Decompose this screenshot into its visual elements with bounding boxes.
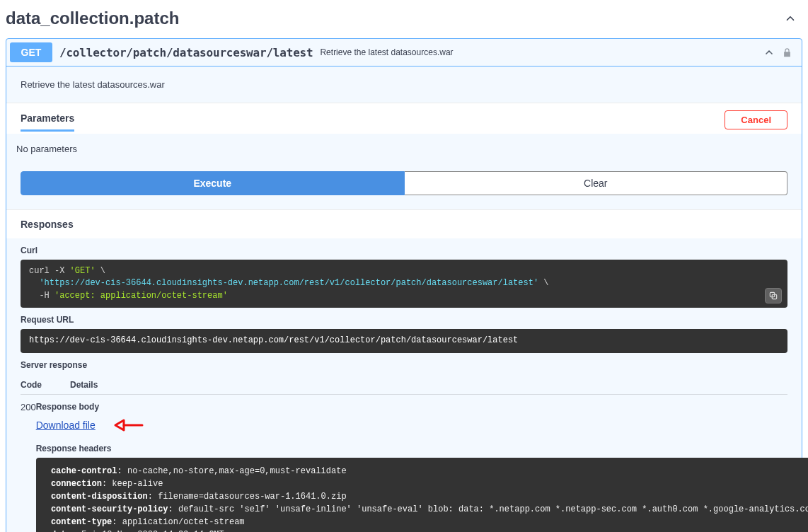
response-body-label: Response body: [36, 402, 808, 412]
no-parameters-text: No parameters: [6, 134, 802, 171]
request-url-box: https://dev-cis-36644.cloudinsights-dev.…: [21, 329, 787, 352]
responses-bar: Responses: [6, 209, 802, 238]
operation-path: /collector/patch/datasourceswar/latest: [59, 46, 313, 59]
http-method-badge: GET: [10, 42, 52, 62]
curl-label: Curl: [21, 245, 787, 255]
table-row: 200 Response body Download file Response…: [21, 395, 787, 532]
responses-title: Responses: [21, 219, 74, 230]
col-details-header: Details: [70, 380, 787, 390]
response-details: Response body Download file Response hea…: [36, 402, 808, 532]
arrow-annotation-icon: [111, 416, 144, 436]
response-table-header: Code Details: [21, 374, 787, 395]
status-code: 200: [21, 402, 36, 532]
lock-icon[interactable]: [782, 47, 792, 58]
operation-description: Retrieve the latest datasources.war: [6, 66, 802, 103]
cancel-button[interactable]: Cancel: [725, 110, 787, 129]
parameters-bar: Parameters Cancel: [6, 103, 802, 134]
curl-command-box: curl -X 'GET' \ 'https://dev-cis-36644.c…: [21, 260, 787, 308]
operation-block: GET /collector/patch/datasourceswar/late…: [6, 38, 802, 532]
operation-body: Retrieve the latest datasources.war Para…: [6, 66, 802, 532]
operation-summary-bar[interactable]: GET /collector/patch/datasourceswar/late…: [6, 39, 802, 66]
summary-controls: [763, 47, 798, 58]
download-file-link[interactable]: Download file: [36, 420, 96, 431]
chevron-up-icon: [763, 47, 775, 58]
copy-icon[interactable]: [765, 288, 782, 303]
parameters-title: Parameters: [21, 112, 74, 132]
responses-area: Curl curl -X 'GET' \ 'https://dev-cis-36…: [6, 245, 802, 532]
tag-name: data_collection.patch: [6, 8, 784, 28]
col-code-header: Code: [21, 380, 70, 390]
server-response-label: Server response: [21, 360, 787, 370]
response-headers-box: cache-control: no-cache,no-store,max-age…: [36, 458, 808, 532]
request-url-label: Request URL: [21, 315, 787, 325]
action-button-row: Execute Clear: [6, 171, 802, 209]
tag-header[interactable]: data_collection.patch: [6, 6, 802, 34]
operation-summary: Retrieve the latest datasources.war: [320, 47, 756, 57]
chevron-up-icon: [784, 12, 797, 25]
clear-button[interactable]: Clear: [405, 171, 788, 195]
execute-button[interactable]: Execute: [21, 171, 405, 195]
response-headers-label: Response headers: [36, 444, 808, 453]
